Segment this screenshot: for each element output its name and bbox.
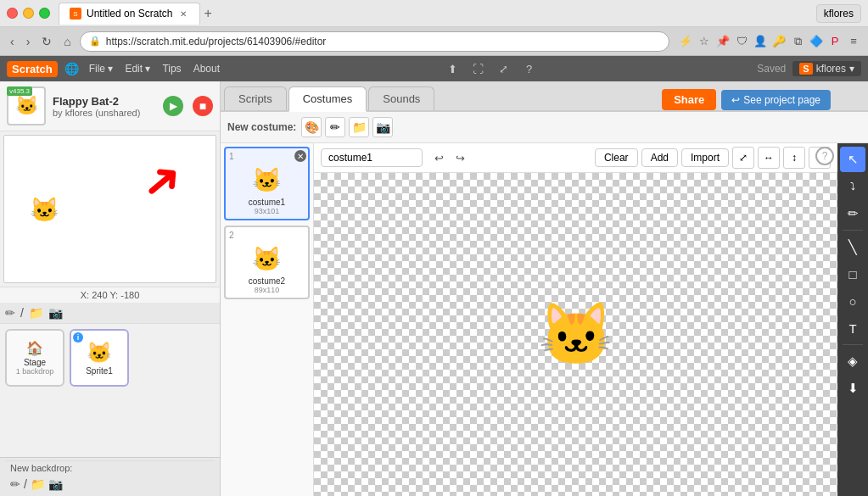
costume1-name: costume1 [249,198,285,207]
sprite-header: 🐱 v435.3 Flappy Bat-2 by kflores (unshar… [0,81,220,131]
forward-button[interactable]: › [23,33,34,50]
costume1-close-button[interactable]: ✕ [294,150,306,162]
upload-costume-btn[interactable]: 📁 [349,117,369,137]
backdrop-camera-icon[interactable]: 📷 [48,477,63,491]
paint-tool-icon[interactable]: ✏ [5,306,15,320]
costume2-item[interactable]: 2 🐱 costume2 89x110 [224,226,310,299]
tab-title: Untitled on Scratch [87,8,172,20]
canvas-area: ↩ ↪ Clear Add Import ⤢ ↔ ↕ + [314,143,837,496]
pin-icon[interactable]: 📌 [715,34,731,49]
stamp-tool-btn[interactable]: ⬇ [840,376,865,401]
import-button[interactable]: Import [681,148,729,167]
share-button[interactable]: Share [662,89,716,110]
user-button[interactable]: kflores [816,4,861,23]
costume2-size: 89x110 [255,286,280,294]
url-bar[interactable]: 🔒 https://scratch.mit.edu/projects/61403… [80,31,669,52]
backdrop-upload-icon[interactable]: 📁 [31,477,45,491]
costume2-preview: 🐱 [252,245,282,273]
upload-sprite-icon[interactable]: 📁 [29,306,43,320]
info-badge[interactable]: i [73,332,83,343]
flip-v-icon[interactable]: ↕ [783,147,805,169]
about-menu[interactable]: About [188,61,225,76]
backdrop-divider: / [24,477,27,491]
costume1-preview: 🐱 [252,166,282,194]
costumes-sidebar: ✕ 1 🐱 costume1 93x101 2 🐱 costume2 89x11… [221,143,314,496]
sounds-tab[interactable]: Sounds [368,86,434,110]
camera-costume-btn[interactable]: 📷 [372,117,393,137]
close-window-button[interactable] [7,8,18,19]
crop-icon[interactable]: ⤢ [732,147,754,169]
costumes-tab[interactable]: Costumes [288,86,367,112]
app-toolbar: Scratch 🌐 File ▾ Edit ▾ Tips About ⬆ ⛶ ⤢… [0,56,868,81]
line-tool-icon[interactable]: / [20,306,24,320]
help-button[interactable]: ? [815,147,834,165]
tool-divider-2 [843,344,863,345]
new-backdrop-section: New backdrop: ✏ / 📁 📷 [0,457,220,496]
undo-button[interactable]: ↩ [429,149,449,167]
fill-tool-btn-right[interactable]: ◈ [840,348,865,374]
browser-tab[interactable]: S Untitled on Scratch ✕ [59,3,200,25]
help-toolbar-icon[interactable]: ? [522,61,537,76]
canvas-drawing[interactable]: 🐱 [314,173,837,496]
stop-button[interactable]: ■ [193,96,213,116]
tips-menu[interactable]: Tips [157,61,186,76]
pinterest-icon[interactable]: P [827,34,843,49]
stage-thumbnail[interactable]: 🏠 Stage 1 backdrop [5,329,64,387]
scripts-tab[interactable]: Scripts [224,86,287,110]
add-button[interactable]: Add [641,148,678,167]
ellipse-tool-btn[interactable]: ○ [840,288,865,314]
user-area[interactable]: S kflores ▾ [792,61,861,76]
flip-h-icon[interactable]: ↔ [758,147,780,169]
costume1-num: 1 [229,152,234,161]
sprite1-thumbnail[interactable]: i 🐱 Sprite1 [70,329,129,387]
redo-button[interactable]: ↪ [451,149,470,167]
expand-icon[interactable]: ⤢ [496,61,512,76]
saved-text: Saved [757,63,786,75]
line-tool-btn[interactable]: ╲ [840,234,865,259]
costume2-name: costume2 [249,276,285,286]
undo-icon: ↩ [731,94,740,106]
reload-button[interactable]: ↻ [38,33,55,50]
tab-close-button[interactable]: ✕ [177,8,189,20]
pencil-new-btn[interactable]: ✏ [325,117,345,137]
fill-tool-btn[interactable]: 🎨 [301,117,322,137]
see-project-button[interactable]: ↩ See project page [721,90,831,110]
version-badge: v435.3 [7,86,32,96]
mask-icon[interactable]: 👤 [753,34,768,49]
text-tool-btn[interactable]: T [840,315,865,341]
tab-row: Scripts Costumes Sounds Share ↩ See proj… [221,81,868,112]
lightning-icon[interactable]: ⚡ [678,34,693,49]
reshape-tool-btn[interactable]: ⤵ [840,174,865,199]
bookmark-icon[interactable]: ☆ [697,34,712,49]
shield-icon[interactable]: 🛡 [734,34,749,49]
browser-titlebar: S Untitled on Scratch ✕ + kflores [0,0,868,27]
upload-icon[interactable]: ⬆ [445,61,461,76]
costume-editor-header: New costume: 🎨 ✏ 📁 📷 [221,112,868,143]
file-menu[interactable]: File ▾ [84,61,119,76]
costume-name-input[interactable] [321,148,423,167]
sprite1-label: Sprite1 [86,366,113,376]
edit-menu[interactable]: Edit ▾ [120,61,155,76]
tab-bar: S Untitled on Scratch ✕ + [59,3,816,25]
fullscreen-icon[interactable]: ⛶ [471,61,486,76]
menu-icon[interactable]: ≡ [846,34,861,49]
minimize-window-button[interactable] [23,8,34,19]
extension-icon[interactable]: 🔷 [809,34,824,49]
layers-icon[interactable]: ⧉ [790,34,805,49]
new-tab-button[interactable]: + [204,6,211,21]
clear-button[interactable]: Clear [595,148,638,167]
pointer-tool-btn[interactable]: ↖ [840,147,865,172]
rect-tool-btn[interactable]: □ [840,261,865,287]
costume1-size: 93x101 [255,207,280,215]
pencil-tool-btn[interactable]: ✏ [840,201,865,226]
globe-icon[interactable]: 🌐 [64,62,79,75]
camera-icon[interactable]: 📷 [48,306,63,320]
costume2-num: 2 [229,231,234,240]
maximize-window-button[interactable] [39,8,50,19]
costume1-item[interactable]: ✕ 1 🐱 costume1 93x101 [224,147,310,220]
key-icon[interactable]: 🔑 [771,34,787,49]
backdrop-paint-icon[interactable]: ✏ [10,477,20,491]
home-button[interactable]: ⌂ [60,33,74,50]
back-button[interactable]: ‹ [7,33,18,50]
green-flag-button[interactable]: ▶ [163,96,183,116]
